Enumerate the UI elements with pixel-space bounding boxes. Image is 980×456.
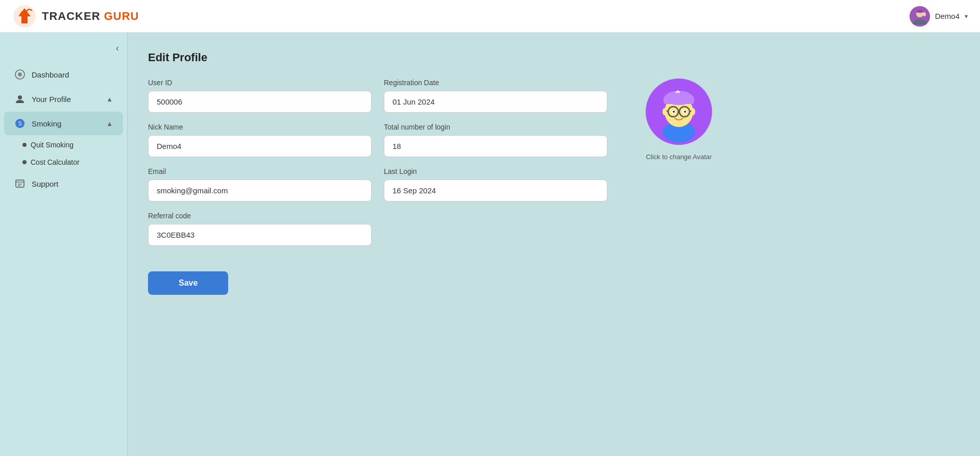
layout: ‹ Dashboard Your Profile ▲	[0, 33, 980, 456]
user-avatar-top	[910, 6, 930, 27]
user-name: Demo4	[935, 12, 960, 20]
smoking-chevron-icon: ▲	[106, 120, 113, 128]
cost-calculator-bullet	[22, 160, 27, 164]
total-login-label: Total number of login	[384, 123, 607, 131]
change-avatar-text[interactable]: Click to change Avatar	[646, 153, 712, 161]
svg-point-26	[673, 111, 675, 113]
total-login-group: Total number of login	[384, 123, 607, 157]
smoking-icon: S	[14, 118, 26, 129]
sidebar-item-your-profile[interactable]: Your Profile ▲	[4, 87, 123, 111]
logo: TRACKER GURU	[12, 4, 139, 29]
svg-point-6	[18, 72, 22, 77]
svg-rect-10	[16, 180, 24, 187]
svg-point-27	[684, 111, 686, 113]
nick-name-group: Nick Name	[148, 123, 372, 157]
email-input[interactable]	[148, 180, 372, 201]
last-login-group: Last Login	[384, 167, 607, 201]
sidebar-item-dashboard[interactable]: Dashboard	[4, 63, 123, 86]
email-group: Email	[148, 167, 372, 201]
user-id-group: User ID	[148, 79, 372, 113]
topbar: TRACKER GURU Demo4 ▾	[0, 0, 980, 33]
smoking-submenu: Quit Smoking Cost Calculator	[0, 136, 127, 171]
sidebar-item-support[interactable]: Support	[4, 172, 123, 195]
nick-name-input[interactable]	[148, 135, 372, 157]
referral-code-input[interactable]	[148, 224, 372, 246]
sidebar-item-smoking[interactable]: S Smoking ▲	[4, 112, 123, 135]
avatar-image[interactable]	[646, 79, 712, 145]
sidebar-support-label: Support	[32, 180, 113, 188]
sidebar: ‹ Dashboard Your Profile ▲	[0, 33, 128, 456]
logo-icon	[12, 4, 37, 29]
logo-tracker-text: TRACKER	[42, 10, 101, 22]
quit-smoking-label: Quit Smoking	[31, 141, 74, 149]
svg-rect-3	[917, 10, 923, 13]
registration-date-group: Registration Date	[384, 79, 607, 113]
last-login-input[interactable]	[384, 180, 607, 201]
email-label: Email	[148, 167, 372, 175]
user-id-input[interactable]	[148, 91, 372, 113]
referral-code-label: Referral code	[148, 212, 372, 220]
registration-date-label: Registration Date	[384, 79, 607, 87]
svg-point-28	[663, 108, 667, 115]
registration-date-input[interactable]	[384, 91, 607, 113]
sidebar-profile-label: Your Profile	[32, 95, 100, 104]
save-button[interactable]: Save	[148, 271, 228, 295]
edit-profile-container: User ID Registration Date Nick Name	[148, 79, 960, 295]
svg-point-29	[691, 108, 695, 115]
total-login-input[interactable]	[384, 135, 607, 157]
sidebar-item-cost-calculator[interactable]: Cost Calculator	[22, 154, 127, 171]
nick-name-label: Nick Name	[148, 123, 372, 131]
avatar-section: Click to change Avatar	[638, 79, 720, 161]
sidebar-smoking-label: Smoking	[32, 119, 100, 128]
form-row-3: Email Last Login	[148, 167, 607, 201]
user-id-label: User ID	[148, 79, 372, 87]
sidebar-collapse-button[interactable]: ‹	[0, 41, 127, 62]
svg-point-7	[18, 95, 22, 99]
quit-smoking-bullet	[22, 143, 27, 147]
referral-code-group: Referral code	[148, 212, 372, 246]
sidebar-dashboard-label: Dashboard	[32, 70, 113, 79]
profile-chevron-icon: ▲	[106, 95, 113, 103]
user-menu-chevron: ▾	[965, 13, 968, 20]
support-icon	[14, 178, 26, 189]
cost-calculator-label: Cost Calculator	[31, 158, 80, 166]
form-row-2: Nick Name Total number of login	[148, 123, 607, 157]
form-row-1: User ID Registration Date	[148, 79, 607, 113]
logo-guru-text: GURU	[104, 10, 139, 22]
sidebar-item-quit-smoking[interactable]: Quit Smoking	[22, 136, 127, 154]
dashboard-icon	[14, 69, 26, 80]
main-content: Edit Profile User ID Registration Date	[128, 33, 980, 456]
last-login-label: Last Login	[384, 167, 607, 175]
form-section: User ID Registration Date Nick Name	[148, 79, 607, 295]
profile-icon	[14, 93, 26, 105]
page-title: Edit Profile	[148, 51, 960, 64]
form-row-4: Referral code	[148, 212, 607, 246]
svg-text:S: S	[18, 121, 22, 126]
user-menu[interactable]: Demo4 ▾	[910, 6, 968, 27]
svg-point-4	[923, 12, 926, 16]
